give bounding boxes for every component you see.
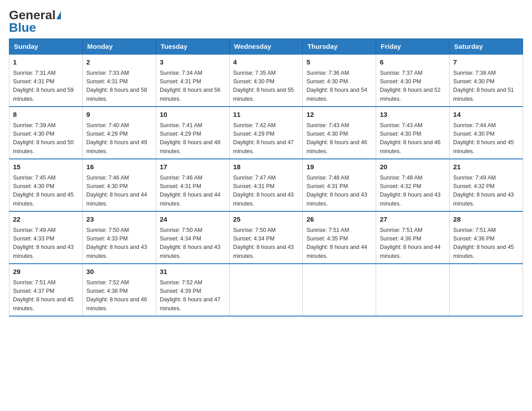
logo-general-text: General bbox=[9, 9, 56, 21]
col-header-wednesday: Wednesday bbox=[229, 39, 303, 55]
logo: General Blue bbox=[9, 9, 61, 34]
day-info: Sunrise: 7:46 AMSunset: 4:31 PMDaylight:… bbox=[160, 175, 221, 207]
day-info: Sunrise: 7:31 AMSunset: 4:31 PMDaylight:… bbox=[13, 70, 74, 102]
day-number: 30 bbox=[86, 267, 152, 277]
calendar-cell: 21Sunrise: 7:49 AMSunset: 4:32 PMDayligh… bbox=[450, 159, 523, 211]
day-info: Sunrise: 7:44 AMSunset: 4:30 PMDaylight:… bbox=[453, 122, 514, 154]
calendar-cell: 18Sunrise: 7:47 AMSunset: 4:31 PMDayligh… bbox=[229, 159, 303, 211]
day-number: 11 bbox=[233, 110, 299, 120]
day-number: 7 bbox=[453, 57, 519, 68]
day-info: Sunrise: 7:51 AMSunset: 4:37 PMDaylight:… bbox=[13, 279, 74, 312]
day-number: 31 bbox=[160, 267, 226, 277]
day-info: Sunrise: 7:51 AMSunset: 4:36 PMDaylight:… bbox=[453, 227, 514, 259]
col-header-thursday: Thursday bbox=[303, 39, 376, 55]
calendar-cell: 29Sunrise: 7:51 AMSunset: 4:37 PMDayligh… bbox=[9, 264, 83, 316]
day-number: 9 bbox=[86, 110, 152, 120]
calendar-cell: 3Sunrise: 7:34 AMSunset: 4:31 PMDaylight… bbox=[156, 54, 229, 107]
calendar-week-5: 29Sunrise: 7:51 AMSunset: 4:37 PMDayligh… bbox=[9, 264, 523, 316]
calendar-cell: 30Sunrise: 7:52 AMSunset: 4:38 PMDayligh… bbox=[82, 264, 156, 316]
day-number: 17 bbox=[160, 162, 226, 172]
logo-blue-text: Blue bbox=[9, 21, 36, 34]
calendar-cell: 6Sunrise: 7:37 AMSunset: 4:30 PMDaylight… bbox=[376, 54, 450, 107]
col-header-friday: Friday bbox=[376, 39, 450, 55]
day-number: 5 bbox=[306, 57, 372, 68]
calendar-cell: 8Sunrise: 7:39 AMSunset: 4:30 PMDaylight… bbox=[9, 107, 83, 159]
calendar-cell: 1Sunrise: 7:31 AMSunset: 4:31 PMDaylight… bbox=[9, 54, 83, 107]
day-number: 25 bbox=[233, 214, 299, 225]
calendar-cell: 22Sunrise: 7:49 AMSunset: 4:33 PMDayligh… bbox=[9, 211, 83, 264]
day-info: Sunrise: 7:48 AMSunset: 4:32 PMDaylight:… bbox=[380, 175, 441, 207]
day-info: Sunrise: 7:38 AMSunset: 4:30 PMDaylight:… bbox=[453, 70, 514, 102]
day-info: Sunrise: 7:50 AMSunset: 4:34 PMDaylight:… bbox=[233, 227, 294, 259]
day-number: 29 bbox=[13, 267, 79, 277]
day-number: 23 bbox=[86, 214, 152, 225]
day-info: Sunrise: 7:51 AMSunset: 4:36 PMDaylight:… bbox=[380, 227, 441, 259]
day-number: 22 bbox=[13, 214, 79, 225]
day-info: Sunrise: 7:52 AMSunset: 4:39 PMDaylight:… bbox=[160, 279, 221, 312]
day-number: 1 bbox=[13, 57, 79, 68]
day-info: Sunrise: 7:45 AMSunset: 4:30 PMDaylight:… bbox=[13, 175, 74, 207]
logo-triangle-icon bbox=[56, 11, 61, 19]
calendar-cell: 14Sunrise: 7:44 AMSunset: 4:30 PMDayligh… bbox=[450, 107, 523, 159]
day-number: 14 bbox=[453, 110, 519, 120]
calendar-cell bbox=[229, 264, 303, 316]
day-number: 26 bbox=[306, 214, 372, 225]
day-number: 19 bbox=[306, 162, 372, 172]
day-number: 15 bbox=[13, 162, 79, 172]
calendar-cell: 7Sunrise: 7:38 AMSunset: 4:30 PMDaylight… bbox=[450, 54, 523, 107]
calendar-cell: 23Sunrise: 7:50 AMSunset: 4:33 PMDayligh… bbox=[82, 211, 156, 264]
day-info: Sunrise: 7:36 AMSunset: 4:30 PMDaylight:… bbox=[306, 70, 367, 102]
day-number: 10 bbox=[160, 110, 226, 120]
calendar-cell bbox=[450, 264, 523, 316]
day-info: Sunrise: 7:46 AMSunset: 4:30 PMDaylight:… bbox=[86, 175, 147, 207]
calendar-cell: 24Sunrise: 7:50 AMSunset: 4:34 PMDayligh… bbox=[156, 211, 229, 264]
day-info: Sunrise: 7:50 AMSunset: 4:34 PMDaylight:… bbox=[160, 227, 221, 259]
day-info: Sunrise: 7:43 AMSunset: 4:30 PMDaylight:… bbox=[380, 122, 441, 154]
page-header: General Blue bbox=[9, 9, 523, 34]
col-header-sunday: Sunday bbox=[9, 39, 83, 55]
day-info: Sunrise: 7:35 AMSunset: 4:30 PMDaylight:… bbox=[233, 70, 294, 102]
calendar-cell: 11Sunrise: 7:42 AMSunset: 4:29 PMDayligh… bbox=[229, 107, 303, 159]
day-info: Sunrise: 7:39 AMSunset: 4:30 PMDaylight:… bbox=[13, 122, 74, 154]
calendar-table: SundayMondayTuesdayWednesdayThursdayFrid… bbox=[9, 39, 523, 317]
calendar-cell: 4Sunrise: 7:35 AMSunset: 4:30 PMDaylight… bbox=[229, 54, 303, 107]
calendar-cell: 27Sunrise: 7:51 AMSunset: 4:36 PMDayligh… bbox=[376, 211, 450, 264]
day-number: 21 bbox=[453, 162, 519, 172]
day-info: Sunrise: 7:51 AMSunset: 4:35 PMDaylight:… bbox=[306, 227, 367, 259]
calendar-cell bbox=[376, 264, 450, 316]
calendar-week-2: 8Sunrise: 7:39 AMSunset: 4:30 PMDaylight… bbox=[9, 107, 523, 159]
day-info: Sunrise: 7:43 AMSunset: 4:30 PMDaylight:… bbox=[306, 122, 367, 154]
col-header-monday: Monday bbox=[82, 39, 156, 55]
calendar-cell: 13Sunrise: 7:43 AMSunset: 4:30 PMDayligh… bbox=[376, 107, 450, 159]
day-info: Sunrise: 7:49 AMSunset: 4:32 PMDaylight:… bbox=[453, 175, 514, 207]
calendar-cell: 31Sunrise: 7:52 AMSunset: 4:39 PMDayligh… bbox=[156, 264, 229, 316]
calendar-cell: 16Sunrise: 7:46 AMSunset: 4:30 PMDayligh… bbox=[82, 159, 156, 211]
day-info: Sunrise: 7:48 AMSunset: 4:31 PMDaylight:… bbox=[306, 175, 367, 207]
calendar-cell bbox=[303, 264, 376, 316]
day-number: 18 bbox=[233, 162, 299, 172]
day-number: 6 bbox=[380, 57, 446, 68]
day-number: 3 bbox=[160, 57, 226, 68]
col-header-saturday: Saturday bbox=[450, 39, 523, 55]
day-number: 16 bbox=[86, 162, 152, 172]
day-info: Sunrise: 7:34 AMSunset: 4:31 PMDaylight:… bbox=[160, 70, 221, 102]
day-number: 2 bbox=[86, 57, 152, 68]
day-info: Sunrise: 7:37 AMSunset: 4:30 PMDaylight:… bbox=[380, 70, 441, 102]
day-info: Sunrise: 7:40 AMSunset: 4:29 PMDaylight:… bbox=[86, 122, 147, 154]
calendar-cell: 20Sunrise: 7:48 AMSunset: 4:32 PMDayligh… bbox=[376, 159, 450, 211]
calendar-cell: 19Sunrise: 7:48 AMSunset: 4:31 PMDayligh… bbox=[303, 159, 376, 211]
day-number: 12 bbox=[306, 110, 372, 120]
day-number: 20 bbox=[380, 162, 446, 172]
calendar-cell: 25Sunrise: 7:50 AMSunset: 4:34 PMDayligh… bbox=[229, 211, 303, 264]
calendar-cell: 5Sunrise: 7:36 AMSunset: 4:30 PMDaylight… bbox=[303, 54, 376, 107]
calendar-cell: 10Sunrise: 7:41 AMSunset: 4:29 PMDayligh… bbox=[156, 107, 229, 159]
calendar-week-1: 1Sunrise: 7:31 AMSunset: 4:31 PMDaylight… bbox=[9, 54, 523, 107]
day-number: 24 bbox=[160, 214, 226, 225]
calendar-cell: 28Sunrise: 7:51 AMSunset: 4:36 PMDayligh… bbox=[450, 211, 523, 264]
day-number: 13 bbox=[380, 110, 446, 120]
day-info: Sunrise: 7:52 AMSunset: 4:38 PMDaylight:… bbox=[86, 279, 147, 312]
calendar-cell: 9Sunrise: 7:40 AMSunset: 4:29 PMDaylight… bbox=[82, 107, 156, 159]
day-number: 4 bbox=[233, 57, 299, 68]
day-number: 8 bbox=[13, 110, 79, 120]
calendar-week-4: 22Sunrise: 7:49 AMSunset: 4:33 PMDayligh… bbox=[9, 211, 523, 264]
